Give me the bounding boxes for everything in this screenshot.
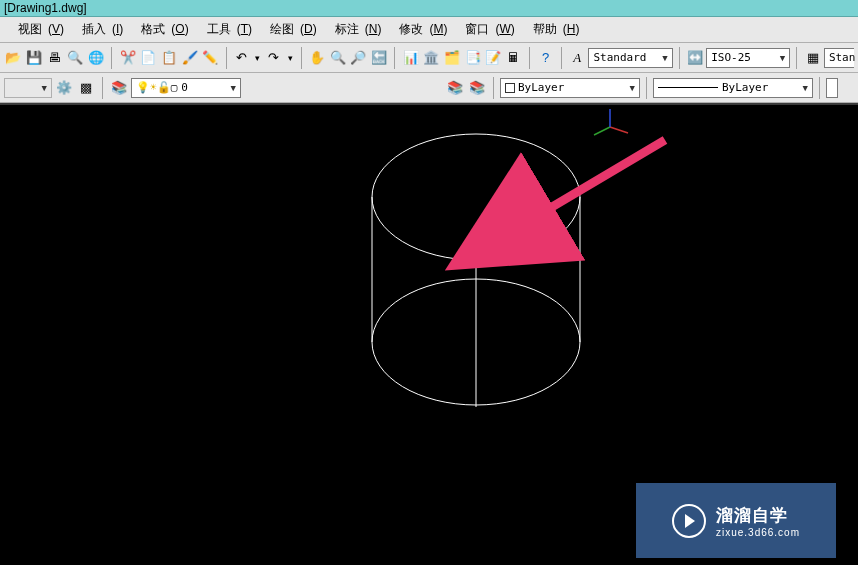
block-editor-icon[interactable]: ✏️	[201, 48, 220, 68]
text-style-icon[interactable]: A	[568, 48, 587, 68]
toolbar-layers: ▼ ⚙️ ▩ 📚 💡 ☀ 🔓 ▢ 0 ▼ 📚 📚 ByLayer ▼ ByLay…	[0, 73, 858, 103]
lineweight-dropdown[interactable]	[826, 78, 838, 98]
copy-icon[interactable]: 📄	[139, 48, 158, 68]
layer-on-icon: 💡	[136, 81, 150, 94]
toolbar-sep	[529, 47, 530, 69]
toolbar-sep	[102, 77, 103, 99]
open-icon[interactable]: 📂	[4, 48, 23, 68]
undo-dropdown-icon[interactable]: ▾	[253, 48, 262, 68]
match-prop-icon[interactable]: 🖌️	[180, 48, 199, 68]
menu-help[interactable]: 帮助(H)	[521, 19, 586, 40]
chevron-down-icon: ▼	[42, 83, 47, 93]
menu-format[interactable]: 格式(O)	[129, 19, 194, 40]
menu-window[interactable]: 窗口(W)	[453, 19, 520, 40]
toolbar-sep	[493, 77, 494, 99]
text-style-value: Standard	[593, 51, 646, 64]
markup-icon[interactable]: 📝	[484, 48, 503, 68]
linetype-sample	[658, 87, 718, 88]
menu-draw[interactable]: 绘图(D)	[258, 19, 323, 40]
play-icon	[672, 504, 706, 538]
dim-style-dropdown[interactable]: ISO-25 ▼	[706, 48, 790, 68]
color-value: ByLayer	[518, 81, 564, 94]
table-style-value: Stan	[829, 51, 856, 64]
chevron-down-icon: ▼	[630, 83, 635, 93]
document-title-text: [Drawing1.dwg]	[4, 1, 87, 15]
redo-dropdown-icon[interactable]: ▾	[285, 48, 294, 68]
print-icon[interactable]: 🖶	[45, 48, 64, 68]
menu-insert[interactable]: 插入(I)	[70, 19, 129, 40]
chevron-down-icon: ▼	[780, 53, 785, 63]
toolbar-sep	[226, 47, 227, 69]
undo-icon[interactable]: ↶	[233, 48, 252, 68]
workspace-dropdown[interactable]: ▼	[4, 78, 52, 98]
sheet-set-icon[interactable]: 📑	[463, 48, 482, 68]
tool-palettes-icon[interactable]: 🗂️	[443, 48, 462, 68]
layer-state-icon[interactable]: 📚	[467, 78, 487, 98]
redo-icon[interactable]: ↷	[265, 48, 284, 68]
watermark-url: zixue.3d66.com	[716, 527, 800, 538]
toolbar-sep	[394, 47, 395, 69]
help-icon[interactable]: ?	[536, 48, 555, 68]
workspace-lock-icon[interactable]: ▩	[76, 78, 96, 98]
chevron-down-icon: ▼	[803, 83, 808, 93]
zoom-previous-icon[interactable]: 🔙	[370, 48, 389, 68]
quickcalc-icon[interactable]: 🖩	[505, 48, 524, 68]
save-icon[interactable]: 💾	[25, 48, 44, 68]
layer-freeze-icon: ☀	[150, 81, 157, 94]
menu-tools[interactable]: 工具(T)	[195, 19, 258, 40]
layer-lock-icon: 🔓	[157, 81, 171, 94]
pan-icon[interactable]: ✋	[308, 48, 327, 68]
linetype-dropdown[interactable]: ByLayer ▼	[653, 78, 813, 98]
table-style-dropdown[interactable]: Stan	[824, 48, 854, 68]
layer-plot-icon: ▢	[171, 81, 178, 94]
color-dropdown[interactable]: ByLayer ▼	[500, 78, 640, 98]
chevron-down-icon: ▼	[662, 53, 667, 63]
watermark-name: 溜溜自学	[716, 504, 800, 527]
toolbar-sep	[301, 47, 302, 69]
toolbar-sep	[561, 47, 562, 69]
toolbar-standard: 📂 💾 🖶 🔍 🌐 ✂️ 📄 📋 🖌️ ✏️ ↶ ▾ ↷ ▾ ✋ 🔍 🔎 🔙 📊…	[0, 43, 858, 73]
toolbar-sep	[646, 77, 647, 99]
menu-bar: 视图(V) 插入(I) 格式(O) 工具(T) 绘图(D) 标注(N) 修改(M…	[0, 17, 858, 43]
dim-style-icon[interactable]: ↔️	[686, 48, 705, 68]
menu-dim[interactable]: 标注(N)	[323, 19, 388, 40]
layer-previous-icon[interactable]: 📚	[445, 78, 465, 98]
properties-icon[interactable]: 📊	[401, 48, 420, 68]
document-title: [Drawing1.dwg]	[0, 0, 858, 17]
layer-name: 0	[181, 81, 188, 94]
toolbar-sep	[796, 47, 797, 69]
linetype-value: ByLayer	[722, 81, 768, 94]
toolbar-sep	[819, 77, 820, 99]
plot-preview-icon[interactable]: 🔍	[66, 48, 85, 68]
toolbar-sep	[111, 47, 112, 69]
layer-properties-icon[interactable]: 📚	[109, 78, 129, 98]
menu-view[interactable]: 视图(V)	[6, 19, 70, 40]
toolbar-sep	[679, 47, 680, 69]
menu-modify[interactable]: 修改(M)	[387, 19, 453, 40]
design-center-icon[interactable]: 🏛️	[422, 48, 441, 68]
dim-style-value: ISO-25	[711, 51, 751, 64]
publish-icon[interactable]: 🌐	[87, 48, 106, 68]
workspace-settings-icon[interactable]: ⚙️	[54, 78, 74, 98]
text-style-dropdown[interactable]: Standard ▼	[588, 48, 672, 68]
watermark: 溜溜自学 zixue.3d66.com	[636, 483, 836, 558]
zoom-window-icon[interactable]: 🔎	[349, 48, 368, 68]
layer-dropdown[interactable]: 💡 ☀ 🔓 ▢ 0 ▼	[131, 78, 241, 98]
table-style-icon[interactable]: ▦	[803, 48, 822, 68]
cut-icon[interactable]: ✂️	[118, 48, 137, 68]
model-canvas[interactable]: 溜溜自学 zixue.3d66.com	[0, 103, 858, 565]
svg-line-9	[530, 140, 665, 220]
zoom-realtime-icon[interactable]: 🔍	[328, 48, 347, 68]
chevron-down-icon: ▼	[231, 83, 236, 93]
color-swatch	[505, 83, 515, 93]
paste-icon[interactable]: 📋	[160, 48, 179, 68]
